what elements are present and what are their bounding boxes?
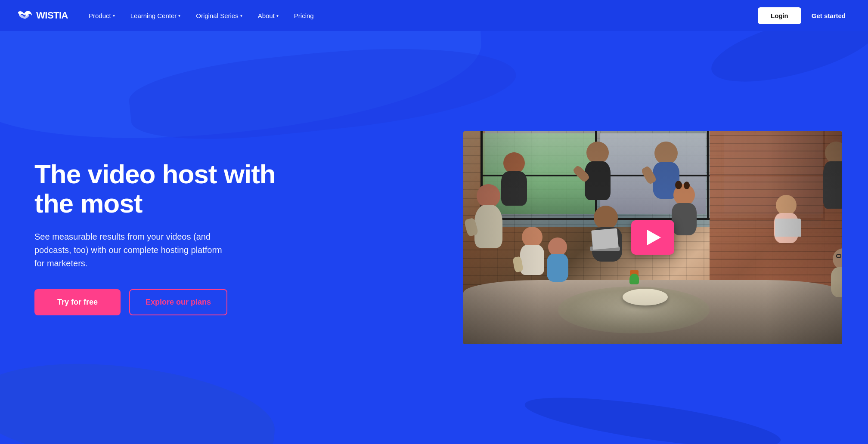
nav-about-label: About [258, 12, 275, 19]
play-button-overlay[interactable] [631, 220, 674, 255]
nav-item-product[interactable]: Product ▾ [82, 9, 122, 23]
nav-series-label: Original Series [196, 12, 238, 19]
nav-product-label: Product [89, 12, 111, 19]
nav-item-about[interactable]: About ▾ [251, 9, 285, 23]
video-thumbnail[interactable] [463, 131, 842, 344]
nav-pricing-label: Pricing [294, 12, 314, 19]
wistia-logo-icon [17, 9, 33, 22]
logo-text: WISTIA [36, 10, 68, 21]
play-icon [647, 230, 661, 245]
try-for-free-button[interactable]: Try for free [34, 289, 121, 315]
nav-item-learning-center[interactable]: Learning Center ▾ [124, 9, 188, 23]
hero-subheading: See measurable results from your videos … [34, 230, 232, 270]
hero-section: The video host with the most See measura… [0, 31, 868, 444]
nav-learning-label: Learning Center [130, 12, 177, 19]
nav-item-pricing[interactable]: Pricing [287, 9, 321, 23]
play-button[interactable] [631, 220, 674, 255]
logo-link[interactable]: WISTIA [17, 9, 68, 22]
get-started-button[interactable]: Get started [806, 8, 851, 23]
chevron-down-icon: ▾ [240, 13, 242, 18]
hero-content: The video host with the most See measura… [0, 105, 868, 370]
nav-cta-area: Login Get started [758, 7, 851, 24]
hero-right [301, 131, 842, 344]
explore-plans-button[interactable]: Explore our plans [129, 289, 227, 315]
plant [630, 270, 639, 284]
nav-item-original-series[interactable]: Original Series ▾ [189, 9, 249, 23]
chevron-down-icon: ▾ [113, 13, 115, 18]
paint-stroke-top-right [705, 31, 868, 96]
chevron-down-icon: ▾ [178, 13, 180, 18]
navigation: WISTIA Product ▾ Learning Center ▾ Origi… [0, 0, 868, 31]
nav-links: Product ▾ Learning Center ▾ Original Ser… [82, 9, 758, 23]
login-button[interactable]: Login [758, 7, 801, 24]
hero-left: The video host with the most See measura… [34, 160, 284, 315]
hero-buttons: Try for free Explore our plans [34, 289, 284, 315]
paint-stroke-bottom [522, 388, 783, 444]
hero-heading: The video host with the most [34, 160, 284, 218]
chevron-down-icon: ▾ [276, 13, 279, 18]
